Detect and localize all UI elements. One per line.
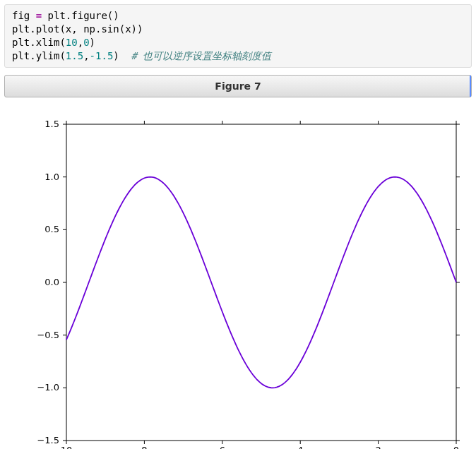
series-sin	[66, 176, 456, 388]
code-line-2: plt.plot(x, np.sin(x))	[12, 23, 143, 35]
code-line-4: plt.ylim(1.5,-1.5) # 也可以逆序设置坐标轴刻度值	[12, 50, 271, 61]
svg-rect-0	[66, 124, 456, 441]
y-tick-label: −1.0	[37, 382, 59, 393]
y-tick-label: 0.5	[44, 224, 59, 234]
y-tick-label: 1.5	[44, 119, 59, 129]
figure-title-bar: Figure 7	[4, 75, 472, 97]
y-tick-label: −1.5	[37, 435, 59, 445]
x-tick-label: 10	[61, 445, 73, 449]
plot-area: −1.5−1.0−0.50.00.51.01.51086420	[0, 102, 476, 449]
figure-title: Figure 7	[215, 80, 261, 92]
y-tick-label: 1.0	[44, 171, 59, 181]
line-chart: −1.5−1.0−0.50.00.51.01.51086420	[7, 109, 469, 449]
x-tick-label: 6	[220, 445, 225, 449]
x-tick-label: 0	[453, 445, 459, 449]
x-tick-label: 2	[375, 445, 381, 449]
code-line-3: plt.xlim(10,0)	[12, 37, 95, 48]
code-cell: fig = plt.figure() plt.plot(x, np.sin(x)…	[4, 4, 472, 68]
y-tick-label: −0.5	[37, 329, 59, 340]
x-tick-label: 8	[141, 445, 147, 449]
code-line-1: fig = plt.figure()	[12, 10, 119, 21]
y-tick-label: 0.0	[44, 277, 59, 287]
x-tick-label: 4	[297, 445, 303, 449]
